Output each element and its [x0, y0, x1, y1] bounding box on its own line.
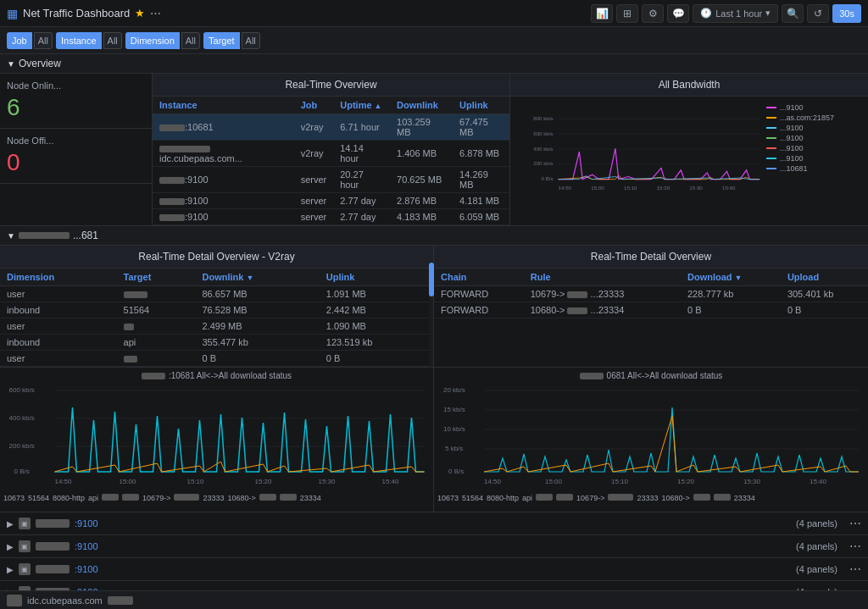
job-filter-select[interactable]: All [34, 32, 53, 49]
instance-cell: :9100 [153, 167, 294, 193]
settings-icon[interactable]: ⚙ [642, 4, 664, 23]
dashboard-icon: ▦ [7, 7, 18, 20]
svg-text:200 kb/s: 200 kb/s [533, 160, 553, 166]
bw-legend: ...9100...as.com:21857...9100...9100...9… [763, 100, 865, 210]
server-icon: ▣ [19, 540, 31, 552]
svg-text:15 kb/s: 15 kb/s [443, 406, 465, 413]
table-row[interactable]: :10681 v2ray 6.71 hour 103.259 MB 67.475… [153, 114, 509, 141]
share-icon[interactable]: ⋯ [150, 7, 161, 19]
svg-text:15:20: 15:20 [255, 478, 273, 485]
legend-label: ...9100 [780, 154, 804, 163]
detail-table-row[interactable]: FORWARD 10679-> ...23333 228.777 kb 305.… [434, 286, 868, 302]
right-legend-blur3 [608, 494, 633, 501]
overview-section-header[interactable]: ▼ Overview [0, 54, 868, 74]
uptime-cell: 6.71 hour [333, 114, 390, 141]
uplink-cell: 14.269 MB [453, 167, 509, 193]
instance-filter-select[interactable]: All [103, 32, 122, 49]
detail-table-row[interactable]: user 2.499 MB 1.090 MB [0, 318, 433, 335]
collapsed-row-r3[interactable]: ▶ ▣ :9100 (4 panels) ⋯ [0, 558, 868, 581]
uplink-cell: 6.059 MB [453, 209, 509, 225]
right-chart-panel: 0681 All<->All download status 20 kb/s 1… [434, 368, 868, 512]
detail-table-row[interactable]: user 0 B 0 B [0, 351, 433, 367]
left-detail-panel: Real-Time Detail Overview - V2ray Dimens… [0, 246, 434, 367]
instance-cell: :9100 [153, 193, 294, 209]
table-row[interactable]: :9100 server 20.27 hour 70.625 MB 14.269… [153, 167, 509, 193]
collapsed-row-dots-icon[interactable]: ⋯ [849, 540, 861, 553]
comment-icon[interactable]: 💬 [667, 4, 689, 23]
chain-col-header[interactable]: Chain [434, 269, 524, 286]
detail-table-row[interactable]: user 86.657 MB 1.091 MB [0, 286, 433, 302]
chain-cell: FORWARD [434, 286, 524, 302]
time-range-button[interactable]: 🕐 Last 1 hour ▾ [693, 4, 778, 23]
collapsed-row-dots-icon[interactable]: ⋯ [849, 562, 861, 576]
download-col-header[interactable]: Download ▼ [681, 269, 781, 286]
left-legend-item: 10673 [3, 494, 25, 502]
rt-overview-table: Instance Job Uptime ▲ Downlink Uplink :1… [153, 97, 509, 225]
zoom-out-icon[interactable]: 🔍 [782, 4, 804, 23]
main-content: ▼ Overview Node Onlin... 6 Node Offi... … [0, 54, 868, 609]
svg-text:15:20: 15:20 [657, 185, 670, 191]
job-col-header[interactable]: Job [294, 97, 334, 114]
detail-section-header[interactable]: ▼ ...681 [0, 226, 868, 246]
legend-color-dot [766, 117, 776, 119]
left-legend-item: 23334 [300, 494, 321, 502]
collapsed-row-panels: (4 panels) [796, 518, 837, 529]
uplink-cell: 2.442 MB [320, 302, 433, 318]
downlink-col-header[interactable]: Downlink [390, 97, 453, 114]
svg-text:14:50: 14:50 [484, 478, 502, 485]
detail-table-row[interactable]: inbound 51564 76.528 MB 2.442 MB [0, 302, 433, 318]
svg-text:20 kb/s: 20 kb/s [443, 386, 465, 394]
collapsed-row-label: :9100 [75, 518, 98, 529]
right-legend-item: 51564 [462, 494, 483, 502]
svg-text:15:10: 15:10 [187, 478, 205, 485]
target-cell [117, 286, 196, 302]
dimension-filter-label[interactable]: Dimension [125, 32, 180, 49]
left-chart-title: :10681 All<->All download status [3, 371, 430, 380]
downlink-cell: 2.876 MB [390, 193, 453, 209]
dim-col-header[interactable]: Dimension [0, 269, 117, 286]
uplink-cell: 0 B [320, 351, 433, 367]
uplink-col-header[interactable]: Uplink [453, 97, 509, 114]
collapsed-row-r2[interactable]: ▶ ▣ :9100 (4 panels) ⋯ [0, 535, 868, 558]
legend-color-dot [766, 158, 776, 159]
svg-text:14:50: 14:50 [55, 478, 73, 485]
uplink-detail-col-header[interactable]: Uplink [320, 269, 433, 286]
downlink-detail-col-header[interactable]: Downlink ▼ [195, 269, 319, 286]
refresh-icon[interactable]: ↺ [807, 4, 829, 23]
target-col-header[interactable]: Target [117, 269, 196, 286]
svg-text:15:10: 15:10 [624, 185, 637, 191]
svg-text:600 kb/s: 600 kb/s [9, 386, 35, 394]
collapsed-row-dots-icon[interactable]: ⋯ [849, 517, 861, 530]
uptime-cell: 14.14 hour [333, 141, 390, 167]
left-legend-blur4 [259, 494, 276, 501]
svg-text:15:40: 15:40 [722, 185, 736, 191]
detail-table-row[interactable]: FORWARD 10680-> ...23334 0 B 0 B [434, 302, 868, 318]
time-range-label: Last 1 hour [715, 8, 762, 19]
table-row[interactable]: :9100 server 2.77 day 2.876 MB 4.181 MB [153, 193, 509, 209]
refresh-interval-button[interactable]: 30s [832, 4, 861, 23]
star-icon[interactable]: ★ [135, 7, 145, 19]
left-scrollbar[interactable] [429, 263, 433, 367]
target-filter-label[interactable]: Target [203, 32, 240, 49]
table-icon[interactable]: ⊞ [616, 4, 638, 23]
legend-label: ...9100 [780, 124, 804, 132]
instance-filter-label[interactable]: Instance [56, 32, 102, 49]
refresh-interval-label: 30s [839, 8, 854, 19]
collapsed-chevron-icon: ▶ [7, 519, 14, 529]
job-filter-label[interactable]: Job [7, 32, 32, 49]
right-detail-table: Chain Rule Download ▼ Upload FORWARD 106… [434, 269, 868, 318]
target-filter-select[interactable]: All [242, 32, 260, 49]
uptime-col-header[interactable]: Uptime ▲ [333, 97, 390, 114]
rule-col-header[interactable]: Rule [524, 269, 681, 286]
collapsed-row-r1[interactable]: ▶ ▣ :9100 (4 panels) ⋯ [0, 512, 868, 535]
instance-col-header[interactable]: Instance [153, 97, 294, 114]
left-legend-blur2 [122, 494, 139, 501]
upload-col-header[interactable]: Upload [781, 269, 868, 286]
svg-text:400 kb/s: 400 kb/s [9, 414, 35, 422]
bar-chart-icon[interactable]: 📊 [591, 4, 613, 23]
dimension-filter-select[interactable]: All [181, 32, 200, 49]
uplink-cell: 123.519 kb [320, 335, 433, 351]
table-row[interactable]: :9100 server 2.77 day 4.183 MB 6.059 MB [153, 209, 509, 225]
detail-table-row[interactable]: inbound api 355.477 kb 123.519 kb [0, 335, 433, 351]
table-row[interactable]: idc.cubepaas.com... v2ray 14.14 hour 1.4… [153, 141, 509, 167]
